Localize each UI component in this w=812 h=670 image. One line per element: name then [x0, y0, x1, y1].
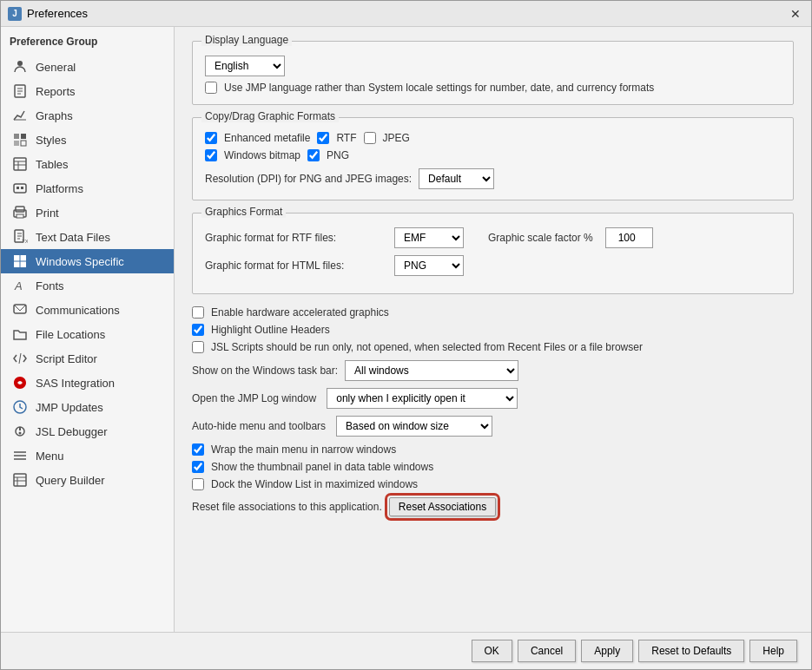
- menu-icon: [11, 447, 29, 464]
- tables-icon: [11, 155, 29, 173]
- copy-drag-row1: Enhanced metafile RTF JPEG: [205, 132, 781, 144]
- svg-rect-28: [21, 262, 27, 268]
- sidebar-item-tables[interactable]: Tables: [1, 152, 174, 176]
- auto-hide-select[interactable]: Based on window size Always Never: [336, 416, 492, 437]
- reports-label: Reports: [36, 85, 76, 98]
- sidebar-item-sasintegration[interactable]: SAS Integration: [1, 371, 174, 395]
- auto-hide-row: Auto-hide menu and toolbars Based on win…: [192, 416, 794, 437]
- general-icon: [11, 58, 29, 76]
- enhanced-metafile-checkbox[interactable]: [205, 132, 217, 144]
- sas-icon: [11, 374, 29, 391]
- svg-rect-15: [17, 187, 19, 189]
- png-checkbox[interactable]: [307, 149, 320, 161]
- taskbar-label: Show on the Windows task bar:: [192, 365, 338, 377]
- tables-label: Tables: [36, 158, 69, 171]
- apply-button[interactable]: Apply: [581, 640, 633, 662]
- hardware-accel-row: Enable hardware accelerated graphics: [192, 306, 794, 319]
- scale-input[interactable]: [605, 227, 653, 248]
- help-button[interactable]: Help: [749, 640, 797, 662]
- rtf-format-select[interactable]: EMF PNG JPEG WMF: [394, 227, 464, 248]
- sidebar-item-print[interactable]: Print: [1, 200, 174, 225]
- ok-button[interactable]: OK: [472, 640, 512, 662]
- dock-window-checkbox[interactable]: [192, 478, 204, 490]
- taskbar-row: Show on the Windows task bar: All window…: [192, 360, 794, 381]
- resolution-row: Resolution (DPI) for PNG and JPEG images…: [205, 168, 781, 189]
- jsl-scripts-row: JSL Scripts should be run only, not open…: [192, 341, 794, 353]
- display-language-title: Display Language: [201, 34, 292, 46]
- sidebar-item-graphs[interactable]: Graphs: [1, 103, 174, 128]
- highlight-outline-label: Highlight Outline Headers: [211, 324, 330, 336]
- html-format-label: Graphic format for HTML files:: [205, 259, 387, 272]
- windows-bitmap-checkbox[interactable]: [205, 149, 217, 161]
- close-button[interactable]: ✕: [787, 5, 804, 23]
- graphs-icon: [11, 107, 29, 124]
- log-window-select[interactable]: only when I explicitly open it always ne…: [327, 388, 518, 409]
- jsldebugger-label: JSL Debugger: [36, 425, 108, 438]
- thumbnail-panel-row: Show the thumbnail panel in data table w…: [192, 461, 794, 473]
- querybuilder-icon: [11, 471, 29, 489]
- sidebar-item-jsldebugger[interactable]: JSL Debugger: [1, 419, 174, 443]
- cancel-button[interactable]: Cancel: [518, 640, 576, 662]
- sidebar-item-filelocations[interactable]: File Locations: [1, 322, 174, 346]
- reset-assoc-button[interactable]: Reset Associations: [389, 497, 496, 516]
- rtf-checkbox[interactable]: [317, 132, 329, 144]
- scale-label: Graphic scale factor %: [488, 232, 593, 244]
- jsldebugger-icon: [11, 423, 29, 440]
- resolution-select[interactable]: Default 72 96 150 300: [419, 168, 494, 189]
- language-select[interactable]: English French German: [205, 56, 285, 76]
- rtf-label: RTF: [336, 132, 356, 144]
- options-section: Enable hardware accelerated graphics Hig…: [192, 306, 794, 353]
- html-format-select[interactable]: PNG JPEG SVG: [394, 255, 464, 276]
- svg-rect-26: [21, 255, 27, 261]
- print-label: Print: [36, 207, 59, 220]
- taskbar-select[interactable]: All windows Main window only No windows: [345, 360, 518, 381]
- sidebar-item-windowsspecific[interactable]: Windows Specific: [1, 249, 174, 273]
- svg-rect-10: [14, 158, 26, 170]
- wrap-menu-checkbox[interactable]: [192, 443, 204, 456]
- hardware-accel-label: Enable hardware accelerated graphics: [211, 306, 389, 319]
- communications-label: Communications: [36, 304, 120, 317]
- log-window-row: Open the JMP Log window only when I expl…: [192, 388, 794, 409]
- filelocations-label: File Locations: [36, 328, 105, 341]
- enhanced-metafile-label: Enhanced metafile: [224, 132, 310, 144]
- jpeg-checkbox[interactable]: [364, 132, 376, 144]
- sas-label: SAS Integration: [36, 377, 115, 390]
- jmpupdates-label: JMP Updates: [36, 401, 103, 414]
- sidebar-item-fonts[interactable]: A Fonts: [1, 273, 174, 298]
- jsl-scripts-checkbox[interactable]: [192, 341, 204, 353]
- reset-defaults-button[interactable]: Reset to Defaults: [638, 640, 744, 662]
- sidebar-item-styles[interactable]: Styles: [1, 128, 174, 152]
- copy-drag-row2: Windows bitmap PNG: [205, 149, 781, 161]
- auto-hide-label: Auto-hide menu and toolbars: [192, 420, 326, 432]
- window-title: Preferences: [27, 7, 88, 20]
- sidebar-item-jmpupdates[interactable]: JMP Updates: [1, 395, 174, 419]
- sidebar-item-menu[interactable]: Menu: [1, 443, 174, 468]
- png-label: PNG: [327, 149, 349, 161]
- sidebar-item-reports[interactable]: Reports: [1, 79, 174, 103]
- reset-assoc-label: Reset file associations to this applicat…: [192, 501, 382, 513]
- scripteditor-icon: [11, 350, 29, 367]
- sidebar-item-querybuilder[interactable]: Query Builder: [1, 468, 174, 492]
- hardware-accel-checkbox[interactable]: [192, 306, 204, 319]
- wrap-menu-row: Wrap the main menu in narrow windows: [192, 443, 794, 456]
- styles-label: Styles: [36, 134, 66, 147]
- highlight-outline-checkbox[interactable]: [192, 324, 204, 336]
- sidebar-item-textdatafiles[interactable]: TXT Text Data Files: [1, 225, 174, 249]
- communications-icon: [11, 301, 29, 319]
- sidebar-item-general[interactable]: General: [1, 55, 174, 79]
- filelocations-icon: [11, 325, 29, 343]
- svg-text:A: A: [14, 279, 23, 292]
- svg-rect-7: [21, 134, 26, 139]
- copy-drag-section: Copy/Drag Graphic Formats Enhanced metaf…: [192, 117, 794, 200]
- app-icon: J: [8, 7, 22, 21]
- thumbnail-panel-checkbox[interactable]: [192, 461, 204, 473]
- jmp-language-checkbox[interactable]: [205, 82, 217, 94]
- svg-rect-14: [14, 184, 26, 193]
- sidebar-item-platforms[interactable]: Platforms: [1, 176, 174, 200]
- title-bar: J Preferences ✕: [1, 1, 811, 27]
- sidebar-item-scripteditor[interactable]: Script Editor: [1, 346, 174, 371]
- sidebar-item-communications[interactable]: Communications: [1, 298, 174, 322]
- rtf-format-row: Graphic format for RTF files: EMF PNG JP…: [205, 227, 781, 248]
- windowsspecific-label: Windows Specific: [36, 255, 124, 268]
- main-content: Display Language English French German U…: [175, 27, 811, 632]
